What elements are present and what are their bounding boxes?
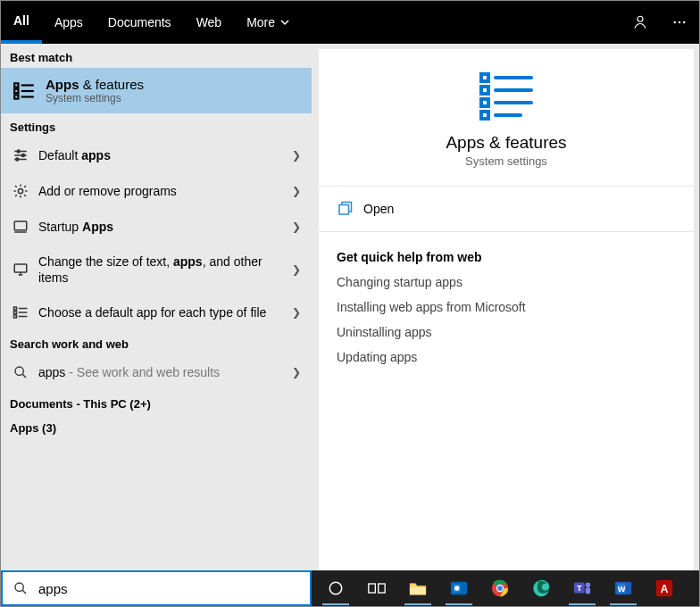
tab-apps[interactable]: Apps (42, 1, 96, 44)
apps-features-large-icon (478, 71, 535, 121)
svg-rect-44 (410, 587, 426, 595)
svg-text:A: A (661, 583, 669, 595)
search-window: All Apps Documents Web More Best match A… (0, 0, 700, 607)
svg-point-13 (22, 154, 25, 157)
search-icon (12, 363, 29, 381)
help-link[interactable]: Changing startup apps (337, 275, 676, 289)
section-best-match: Best match (1, 44, 312, 68)
help-link[interactable]: Installing web apps from Microsoft (337, 300, 676, 314)
settings-item-default-apps[interactable]: Default apps ❯ (1, 137, 312, 173)
task-word[interactable]: W (603, 570, 644, 606)
search-box[interactable] (1, 570, 312, 606)
task-chrome[interactable] (479, 570, 521, 606)
taskbar: T W A (312, 570, 699, 606)
settings-item-label: Default apps (38, 147, 292, 163)
best-match-item[interactable]: Apps & features System settings (1, 68, 312, 113)
svg-point-15 (16, 158, 19, 161)
chevron-right-icon: ❯ (292, 366, 301, 378)
ellipsis-icon (671, 14, 688, 30)
preview-open-label: Open (363, 202, 394, 216)
chevron-right-icon: ❯ (292, 185, 301, 197)
svg-rect-38 (339, 205, 349, 215)
svg-text:W: W (618, 585, 626, 594)
web-search-item[interactable]: apps - See work and web results ❯ (1, 354, 312, 390)
svg-point-0 (638, 16, 643, 21)
scope-tabbar: All Apps Documents Web More (1, 1, 699, 44)
task-teams[interactable]: T (562, 570, 603, 606)
svg-rect-22 (14, 307, 17, 310)
svg-rect-17 (14, 221, 27, 230)
svg-point-39 (15, 583, 23, 591)
svg-rect-43 (379, 584, 386, 593)
svg-rect-24 (14, 312, 17, 314)
sliders-icon (12, 146, 29, 164)
svg-point-50 (497, 586, 503, 591)
teams-icon: T (572, 578, 592, 598)
startup-icon (12, 218, 29, 236)
task-taskview[interactable] (356, 570, 397, 606)
quick-help-block: Get quick help from web Changing startup… (319, 232, 694, 375)
best-match-text: Apps & features System settings (46, 77, 144, 104)
svg-text:T: T (577, 584, 582, 593)
task-outlook[interactable] (438, 570, 479, 606)
task-file-explorer[interactable] (397, 570, 438, 606)
quick-help-title: Get quick help from web (337, 250, 676, 264)
list-icon (12, 304, 29, 321)
tab-documents[interactable]: Documents (96, 1, 184, 44)
svg-point-47 (454, 586, 459, 591)
settings-item-add-remove[interactable]: Add or remove programs ❯ (1, 173, 312, 209)
help-link[interactable]: Updating apps (337, 350, 676, 364)
svg-line-40 (22, 590, 26, 594)
svg-rect-4 (14, 83, 18, 87)
settings-item-label: Add or remove programs (38, 183, 292, 199)
chevron-right-icon: ❯ (292, 149, 301, 162)
search-input[interactable] (38, 581, 310, 596)
svg-point-2 (679, 21, 680, 23)
task-cortana[interactable] (315, 570, 356, 606)
preview-card: Apps & features System settings Open Get… (319, 49, 694, 570)
folder-icon (408, 580, 428, 596)
results-body: Best match Apps & features System settin… (1, 44, 699, 570)
svg-point-54 (586, 583, 591, 588)
svg-rect-30 (481, 74, 488, 81)
tab-more[interactable]: More (234, 1, 302, 44)
settings-item-label: Choose a default app for each type of fi… (38, 304, 292, 320)
help-link[interactable]: Uninstalling apps (337, 325, 676, 339)
tab-web[interactable]: Web (184, 1, 235, 44)
tab-more-label: More (246, 15, 275, 29)
svg-rect-32 (481, 87, 488, 94)
cortana-icon (328, 580, 344, 596)
display-icon (12, 261, 29, 279)
svg-line-29 (22, 374, 26, 378)
preview-open-action[interactable]: Open (319, 187, 694, 232)
preview-header: Apps & features System settings (319, 49, 694, 187)
svg-rect-8 (14, 95, 18, 98)
section-search-work-web: Search work and web (1, 330, 312, 354)
bottom-bar: T W A (1, 570, 699, 606)
results-list: Best match Apps & features System settin… (1, 44, 312, 570)
section-documents-pc[interactable]: Documents - This PC (2+) (1, 390, 312, 414)
settings-item-label: Startup Apps (38, 219, 292, 235)
svg-point-3 (683, 21, 685, 23)
section-apps-count[interactable]: Apps (3) (1, 414, 312, 438)
chevron-down-icon (280, 18, 289, 27)
task-edge[interactable] (521, 570, 562, 606)
preview-subtitle: System settings (465, 154, 547, 168)
outlook-icon (449, 578, 469, 598)
feedback-icon (632, 14, 648, 30)
search-icon (3, 581, 38, 595)
svg-rect-42 (369, 584, 376, 593)
options-button[interactable] (660, 1, 699, 44)
svg-rect-36 (481, 112, 488, 119)
svg-rect-26 (14, 315, 17, 318)
chevron-right-icon: ❯ (292, 263, 301, 276)
settings-item-text-size[interactable]: Change the size of text, apps, and other… (1, 245, 312, 295)
feedback-button[interactable] (621, 1, 660, 44)
settings-item-startup-apps[interactable]: Startup Apps ❯ (1, 209, 312, 245)
task-acrobat[interactable]: A (644, 570, 685, 606)
settings-item-default-per-type[interactable]: Choose a default app for each type of fi… (1, 295, 312, 330)
taskview-icon (368, 581, 386, 595)
tabbar-spacer (302, 1, 621, 44)
svg-point-41 (329, 582, 342, 595)
tab-all[interactable]: All (1, 1, 42, 44)
